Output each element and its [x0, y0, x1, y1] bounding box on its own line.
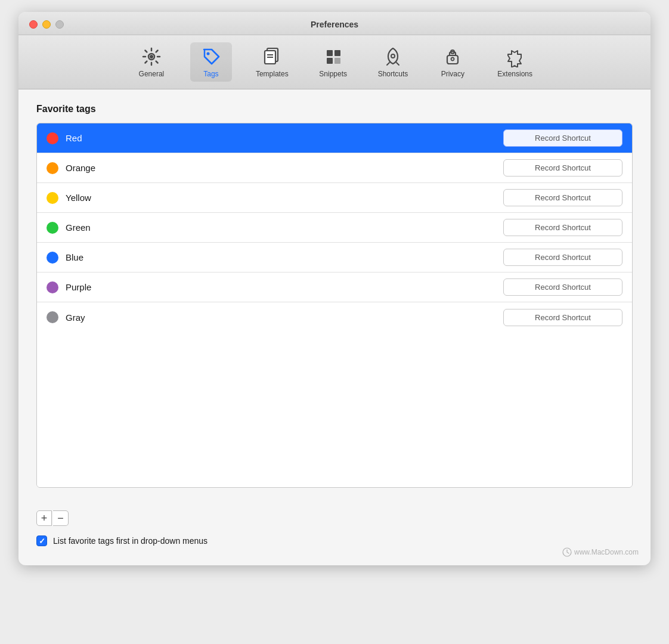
table-buttons: + −	[36, 510, 633, 526]
puzzle-icon	[504, 46, 526, 67]
svg-point-13	[451, 58, 454, 61]
templates-icon	[261, 46, 283, 67]
toolbar-item-tags[interactable]: Tags	[190, 42, 232, 82]
tag-icon	[200, 46, 222, 67]
section-title: Favorite tags	[36, 104, 633, 114]
watermark: www.MacDown.com	[562, 547, 639, 557]
tag-row-yellow[interactable]: YellowRecord Shortcut	[37, 183, 632, 213]
list-favorite-checkbox[interactable]	[36, 535, 47, 546]
svg-rect-10	[335, 58, 340, 64]
gear-icon	[141, 46, 162, 67]
tag-dot-red	[47, 132, 58, 144]
tag-row-purple[interactable]: PurpleRecord Shortcut	[37, 273, 632, 302]
tag-dot-blue	[47, 252, 58, 264]
maximize-button[interactable]	[55, 20, 64, 29]
checkbox-label: List favorite tags first in drop-down me…	[53, 536, 207, 546]
toolbar: General Tags Te	[18, 35, 651, 89]
tags-table: RedRecord ShortcutOrangeRecord ShortcutY…	[36, 123, 633, 488]
tag-row-orange[interactable]: OrangeRecord Shortcut	[37, 153, 632, 183]
tag-dot-green	[47, 222, 58, 234]
tag-dot-orange	[47, 162, 58, 174]
toolbar-item-general[interactable]: General	[131, 42, 172, 82]
rocket-icon	[382, 46, 404, 67]
toolbar-item-snippets[interactable]: Snippets	[312, 42, 354, 82]
titlebar: Preferences	[18, 12, 651, 35]
record-shortcut-btn-green[interactable]: Record Shortcut	[503, 219, 622, 236]
toolbar-item-templates[interactable]: Templates	[250, 42, 295, 82]
record-shortcut-btn-yellow[interactable]: Record Shortcut	[503, 189, 622, 206]
remove-tag-button[interactable]: −	[53, 510, 69, 526]
record-shortcut-btn-gray[interactable]: Record Shortcut	[503, 309, 622, 326]
svg-rect-8	[335, 50, 340, 56]
tag-row-blue[interactable]: BlueRecord Shortcut	[37, 243, 632, 273]
bottom-controls: + − List favorite tags first in drop-dow…	[18, 502, 651, 555]
snippets-icon	[323, 46, 344, 67]
svg-rect-9	[327, 58, 333, 64]
checkbox-row: List favorite tags first in drop-down me…	[36, 535, 633, 546]
toolbar-label-shortcuts: Shortcuts	[378, 70, 408, 78]
traffic-lights	[29, 20, 64, 29]
tag-dot-gray	[47, 311, 58, 323]
main-content: Favorite tags RedRecord ShortcutOrangeRe…	[18, 89, 651, 502]
toolbar-label-extensions: Extensions	[497, 70, 532, 78]
preferences-window: Preferences General Ta	[18, 12, 651, 565]
tag-name-blue: Blue	[66, 252, 503, 262]
tag-name-red: Red	[66, 133, 503, 143]
table-rows: RedRecord ShortcutOrangeRecord ShortcutY…	[37, 123, 632, 332]
tag-dot-purple	[47, 281, 58, 293]
toolbar-item-privacy[interactable]: Privacy	[432, 42, 473, 82]
svg-rect-12	[447, 55, 458, 64]
tag-row-red[interactable]: RedRecord Shortcut	[37, 123, 632, 153]
tag-name-orange: Orange	[66, 163, 503, 173]
svg-point-11	[391, 54, 395, 58]
watermark-text: www.MacDown.com	[574, 548, 639, 556]
record-shortcut-btn-orange[interactable]: Record Shortcut	[503, 159, 622, 177]
minimize-button[interactable]	[42, 20, 51, 29]
window-title: Preferences	[311, 20, 358, 29]
svg-point-1	[150, 55, 153, 58]
tag-name-purple: Purple	[66, 282, 503, 292]
toolbar-label-general: General	[139, 70, 165, 78]
window-footer: www.MacDown.com	[18, 555, 651, 565]
record-shortcut-btn-purple[interactable]: Record Shortcut	[503, 278, 622, 296]
toolbar-label-privacy: Privacy	[441, 70, 464, 78]
toolbar-label-templates: Templates	[256, 70, 289, 78]
svg-rect-7	[327, 50, 333, 56]
tag-row-green[interactable]: GreenRecord Shortcut	[37, 213, 632, 243]
tag-name-yellow: Yellow	[66, 193, 503, 203]
tag-dot-yellow	[47, 192, 58, 204]
toolbar-label-snippets: Snippets	[319, 70, 347, 78]
close-button[interactable]	[29, 20, 38, 29]
record-shortcut-btn-red[interactable]: Record Shortcut	[503, 129, 622, 147]
toolbar-item-extensions[interactable]: Extensions	[491, 42, 538, 82]
tag-row-gray[interactable]: GrayRecord Shortcut	[37, 302, 632, 332]
svg-point-2	[206, 52, 209, 55]
record-shortcut-btn-blue[interactable]: Record Shortcut	[503, 249, 622, 266]
lock-icon	[442, 46, 463, 67]
tag-name-green: Green	[66, 222, 503, 233]
tag-name-gray: Gray	[66, 312, 503, 323]
table-empty-area	[37, 332, 632, 487]
toolbar-label-tags: Tags	[203, 70, 218, 78]
toolbar-item-shortcuts[interactable]: Shortcuts	[372, 42, 414, 82]
add-tag-button[interactable]: +	[36, 510, 52, 526]
